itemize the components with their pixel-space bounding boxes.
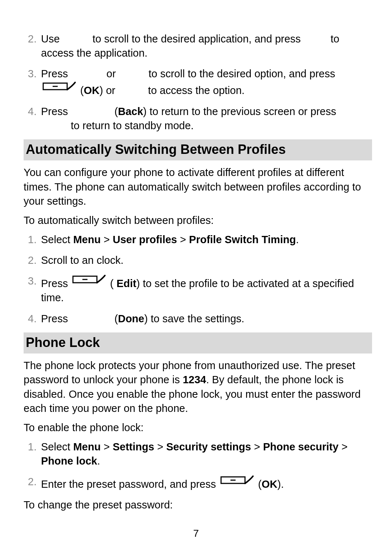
ok-label: OK: [84, 85, 100, 96]
text: ) to return to the previous screen or pr…: [143, 106, 336, 117]
paragraph: To automatically switch between profiles…: [24, 213, 372, 228]
list-number: 2: [24, 475, 37, 489]
text: Select: [41, 441, 73, 453]
list-item: 4 Press (Done) to save the settings.: [24, 312, 372, 326]
text: (: [114, 313, 118, 324]
text: .: [296, 234, 299, 245]
list-number: 1: [24, 440, 37, 454]
text: Press: [41, 313, 68, 324]
paragraph: To change the preset password:: [24, 498, 372, 512]
text: to access the option.: [148, 85, 245, 96]
list-number: 2: [24, 32, 37, 46]
text: Press: [41, 278, 71, 289]
menu-path: Menu: [73, 234, 101, 245]
menu-path: Security settings: [166, 441, 251, 453]
text: (: [258, 478, 262, 490]
list-number: 4: [24, 105, 37, 119]
list-item: 2 Enter the preset password, and press (…: [24, 475, 372, 491]
paragraph: You can configure your phone to activate…: [24, 165, 372, 208]
menu-path: User profiles: [113, 234, 177, 245]
edit-label: Edit: [117, 278, 136, 289]
menu-path: Settings: [113, 441, 154, 453]
text: >: [154, 441, 166, 453]
text: >: [101, 234, 113, 245]
page-number: 7: [0, 528, 392, 539]
text: (: [80, 85, 84, 96]
intro-steps: 2 Use to scroll to the desired applicati…: [24, 32, 372, 133]
text: ) or: [99, 85, 115, 96]
list-number: 2: [24, 253, 37, 267]
heading-profiles: Automatically Switching Between Profiles: [24, 139, 372, 161]
list-item: 2 Use to scroll to the desired applicati…: [24, 32, 372, 60]
profiles-steps: 1 Select Menu > User profiles > Profile …: [24, 233, 372, 326]
menu-path: Phone lock: [41, 455, 97, 467]
text: >: [177, 234, 189, 245]
text: (: [114, 106, 118, 117]
text: to return to standby mode.: [71, 120, 194, 131]
list-number: 4: [24, 312, 37, 326]
heading-phone-lock: Phone Lock: [24, 332, 372, 354]
text: to scroll to the desired option, and pre…: [148, 68, 335, 79]
softkey-icon: [42, 81, 77, 96]
menu-path: Menu: [73, 441, 101, 453]
text: Scroll to an clock.: [41, 254, 123, 266]
list-item: 2 Scroll to an clock.: [24, 253, 372, 267]
menu-path: Profile Switch Timing: [189, 234, 296, 245]
document-page: 2 Use to scroll to the desired applicati…: [0, 0, 392, 512]
text: Enter the preset password, and press: [41, 478, 219, 490]
ok-label: OK: [262, 478, 278, 490]
list-item: 1 Select Menu > User profiles > Profile …: [24, 233, 372, 247]
text: ) to save the settings.: [144, 313, 244, 324]
lock-steps: 1 Select Menu > Settings > Security sett…: [24, 440, 372, 491]
text: .: [97, 455, 100, 467]
default-password: 1234: [183, 374, 206, 385]
text: >: [251, 441, 263, 453]
text: (: [110, 278, 117, 289]
done-label: Done: [118, 313, 144, 324]
text: Select: [41, 234, 73, 245]
list-item: 3 Press ( Edit) to set the profile to be…: [24, 274, 372, 305]
list-number: 1: [24, 233, 37, 247]
text: Press: [41, 106, 68, 117]
text: ).: [277, 478, 284, 490]
text: to scroll to the desired application, an…: [93, 33, 301, 45]
list-item: 1 Select Menu > Settings > Security sett…: [24, 440, 372, 468]
text: or: [106, 68, 116, 79]
text: Press: [41, 68, 68, 79]
list-number: 3: [24, 67, 37, 81]
list-number: 3: [24, 274, 37, 288]
text: >: [339, 441, 348, 453]
paragraph: The phone lock protects your phone from …: [24, 359, 372, 416]
softkey-icon: [72, 274, 106, 289]
text: >: [101, 441, 113, 453]
softkey-icon: [220, 475, 254, 490]
text: Use: [41, 33, 60, 45]
back-label: Back: [118, 106, 143, 117]
paragraph: To enable the phone lock:: [24, 421, 372, 435]
list-item: 4 Press (Back) to return to the previous…: [24, 105, 372, 133]
menu-path: Phone security: [263, 441, 339, 453]
list-item: 3 Press or to scroll to the desired opti…: [24, 67, 372, 98]
